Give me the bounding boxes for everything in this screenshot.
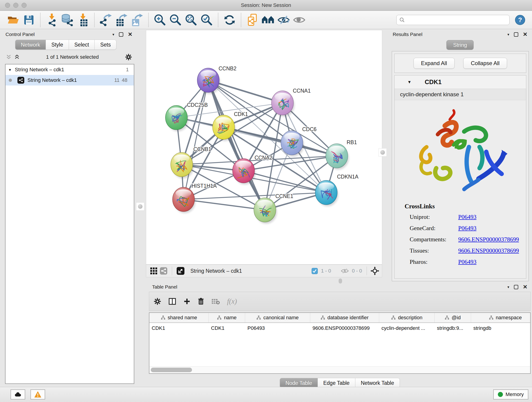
- network-edge[interactable]: [184, 199, 265, 210]
- network-graph[interactable]: CCNB2CCNA1CDC25BCDK1CDC6RB1CCNB1CCNA2CDK…: [146, 30, 382, 264]
- memory-button[interactable]: Memory: [493, 389, 528, 400]
- network-label: String Network – cdk1: [27, 77, 77, 83]
- crosslink-link[interactable]: P06493: [458, 214, 476, 220]
- open-in-window-icon[interactable]: [177, 267, 184, 275]
- column-header-database-identifier[interactable]: database identifier: [310, 313, 379, 322]
- delete-column-trash-icon[interactable]: [198, 298, 204, 305]
- export-image-icon[interactable]: [131, 13, 143, 27]
- add-column-icon[interactable]: [184, 298, 190, 305]
- eye-icon[interactable]: [293, 13, 306, 27]
- network-collection-row[interactable]: ▼ String Network – cdk1 1: [6, 64, 134, 75]
- warning-button[interactable]: [31, 389, 45, 400]
- network-node-cdkn1a[interactable]: [315, 180, 338, 206]
- column-header-name[interactable]: name: [209, 313, 245, 322]
- column-header-namespace[interactable]: namespace: [471, 313, 531, 322]
- network-node-cdc25b[interactable]: [165, 105, 188, 131]
- table-cell[interactable]: P06493: [245, 325, 310, 331]
- show-columns-icon[interactable]: [168, 298, 176, 305]
- table-cell[interactable]: CDK1: [149, 325, 209, 331]
- panel-float-icon[interactable]: [514, 285, 518, 289]
- table-cell[interactable]: 9606.ENSP00000378699: [310, 325, 379, 331]
- table-cell[interactable]: CDK1: [209, 325, 245, 331]
- save-session-icon[interactable]: [22, 13, 35, 27]
- tab-network-table[interactable]: Network Table: [355, 378, 400, 388]
- zoom-in-icon[interactable]: [153, 13, 166, 27]
- column-header--id[interactable]: @id: [435, 313, 471, 322]
- table-cell[interactable]: cyclin-dependent ...: [379, 325, 435, 331]
- search-input[interactable]: [407, 17, 507, 23]
- tab-node-table[interactable]: Node Table: [280, 378, 318, 388]
- network-edge[interactable]: [208, 80, 265, 210]
- table-row[interactable]: CDK1CDK1P064939606.ENSP00000378699cyclin…: [149, 323, 530, 333]
- table-cell[interactable]: stringdb: [471, 325, 531, 331]
- column-header-shared-name[interactable]: shared name: [149, 313, 209, 322]
- scrollbar-thumb[interactable]: [151, 368, 192, 372]
- crosslink-link[interactable]: 9606.ENSP00000378699: [458, 247, 519, 254]
- eye-slash-icon[interactable]: [277, 13, 290, 27]
- collapse-all-button[interactable]: Collapse All: [463, 58, 507, 69]
- network-node-ccnb2[interactable]: [197, 68, 220, 94]
- export-table-icon[interactable]: [115, 13, 128, 27]
- tab-sets[interactable]: Sets: [95, 40, 116, 50]
- network-canvas[interactable]: CCNB2CCNA1CDC25BCDK1CDC6RB1CCNB1CCNA2CDK…: [146, 30, 382, 264]
- cloud-button[interactable]: [11, 389, 25, 400]
- tab-network[interactable]: Network: [15, 40, 46, 50]
- left-splitter-handle[interactable]: [136, 202, 144, 211]
- open-folder-icon[interactable]: [7, 13, 20, 27]
- table-settings-gear-icon[interactable]: [154, 298, 161, 305]
- expand-all-button[interactable]: Expand All: [413, 58, 455, 69]
- network-node-cdk1[interactable]: [213, 115, 235, 141]
- tab-style[interactable]: Style: [46, 40, 69, 50]
- crosslink-link[interactable]: P06493: [458, 259, 476, 265]
- search-box[interactable]: [396, 15, 510, 25]
- network-node-hist1h1a[interactable]: [172, 187, 196, 213]
- crosslink-link[interactable]: 9606.ENSP00000378699: [458, 236, 519, 243]
- tab-string[interactable]: String: [447, 40, 474, 50]
- network-row[interactable]: String Network – cdk1 11 48: [6, 75, 134, 85]
- panel-menu-icon[interactable]: ▾: [507, 285, 509, 289]
- tab-edge-table[interactable]: Edge Table: [318, 378, 355, 388]
- network-node-ccna1[interactable]: [272, 91, 294, 117]
- zoom-selected-icon[interactable]: [200, 13, 213, 27]
- copy-share-document-icon[interactable]: [246, 13, 259, 27]
- table-horizontal-scrollbar[interactable]: [149, 366, 530, 373]
- table-cell[interactable]: stringdb:9...: [435, 325, 471, 331]
- protein-card-header[interactable]: ▼ CDK1: [394, 75, 526, 89]
- refresh-layout-icon[interactable]: [223, 13, 236, 27]
- network-node-rb1[interactable]: [326, 144, 349, 170]
- panel-close-icon[interactable]: ✕: [523, 284, 527, 290]
- collapse-protein-icon[interactable]: ▼: [407, 80, 412, 85]
- selected-checkbox-icon[interactable]: [312, 268, 318, 274]
- network-node-ccne1[interactable]: [254, 198, 277, 224]
- expand-all-icon[interactable]: [14, 55, 20, 60]
- network-share-view-icon[interactable]: [160, 267, 167, 274]
- network-node-ccna2[interactable]: [233, 159, 255, 185]
- panel-close-icon[interactable]: ✕: [128, 31, 133, 38]
- hidden-eye-slash-icon[interactable]: [341, 268, 349, 274]
- import-network-icon[interactable]: [45, 13, 58, 27]
- zoom-fit-icon[interactable]: [185, 13, 197, 27]
- panel-menu-icon[interactable]: ▾: [113, 32, 114, 37]
- right-splitter-handle[interactable]: [379, 148, 387, 157]
- network-edge[interactable]: [224, 127, 337, 156]
- column-header-description[interactable]: description: [379, 313, 435, 322]
- panel-menu-icon[interactable]: ▾: [507, 32, 509, 37]
- panel-float-icon[interactable]: [514, 32, 518, 37]
- collection-expand-icon[interactable]: ▼: [8, 68, 12, 72]
- help-button[interactable]: ?: [515, 14, 526, 26]
- panel-float-icon[interactable]: [119, 32, 123, 37]
- panel-close-icon[interactable]: ✕: [523, 31, 527, 38]
- grid-view-icon[interactable]: [150, 268, 157, 274]
- tab-select[interactable]: Select: [69, 40, 95, 50]
- import-table-icon[interactable]: [76, 13, 89, 27]
- houses-icon[interactable]: [262, 13, 274, 27]
- column-header-canonical-name[interactable]: canonical name: [245, 313, 310, 322]
- crosslink-link[interactable]: P06493: [458, 225, 476, 232]
- zoom-out-icon[interactable]: [169, 13, 182, 27]
- collapse-all-icon[interactable]: [6, 55, 12, 60]
- fit-selected-icon[interactable]: [367, 267, 379, 275]
- network-options-gear-icon[interactable]: [125, 54, 132, 61]
- export-network-icon[interactable]: [99, 13, 112, 27]
- title-bar: Session: New Session: [0, 0, 532, 11]
- import-database-icon[interactable]: [61, 13, 74, 27]
